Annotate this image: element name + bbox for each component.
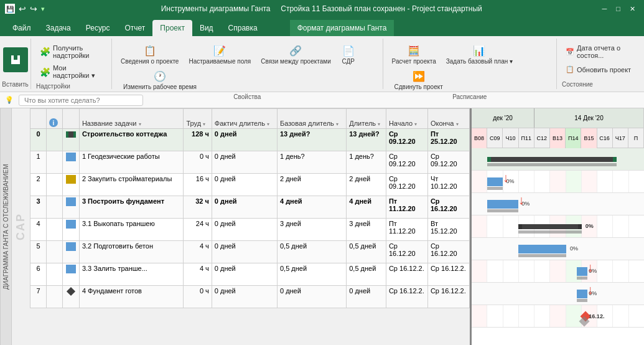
- cell-trud: 0 ч: [184, 151, 212, 174]
- cell-num: 4: [30, 219, 47, 241]
- table-row: 0 Строительство коттеджа 128 ч 0 дней 13…: [30, 129, 470, 151]
- wbs-btn[interactable]: 📄 СДР: [337, 41, 360, 67]
- cell-type: [62, 263, 79, 286]
- svg-rect-2: [14, 54, 17, 60]
- col-dlit-header[interactable]: Длитель ▾: [347, 109, 386, 129]
- cell-ok: Пт25.12.20: [427, 129, 469, 151]
- gantt-header-days: В08 С09 Ч10 П11 С12 В13 П14 В15 С16 Ч17 …: [472, 128, 644, 148]
- undo-icon[interactable]: ↩: [19, 4, 26, 14]
- gantt-baseline-2: [487, 209, 518, 212]
- minimize-btn[interactable]: ─: [598, 5, 610, 12]
- baseline-btn[interactable]: 📊 Задать базовый план ▾: [442, 41, 516, 67]
- cell-trud: 32 ч: [184, 196, 212, 219]
- cell-num: 5: [30, 241, 47, 263]
- cell-baz: 1 день?: [277, 151, 346, 174]
- gantt-body: 0% ↓ 0% ↓ 0% 0%: [472, 148, 644, 328]
- cell-ok: Ср 16.12.2.: [427, 263, 469, 286]
- col-trud-header[interactable]: Труд ▾: [184, 109, 212, 129]
- side-label: ДИАГРАММА ГАНТА С ОТСЛЕЖИВАНИЕМ: [0, 108, 11, 345]
- table-row: 5 3.2 Подготовить бетон 4 ч 0 дней 0,5 д…: [30, 241, 470, 263]
- gantt-row-3: 0%: [472, 215, 644, 238]
- cell-nach: Ср 16.12.2.: [386, 286, 427, 308]
- title-bar-left: 💾 ↩ ↪ ▾: [5, 4, 45, 14]
- shift-icon: ⏩: [411, 69, 426, 83]
- tab-resource[interactable]: Ресурс: [78, 20, 118, 36]
- update-project-btn[interactable]: 📋 Обновить проект: [562, 64, 635, 75]
- sort-name[interactable]: ▾: [139, 121, 141, 127]
- cell-nach: Пт11.12.20: [386, 219, 427, 241]
- work-time-btn[interactable]: 🕐 Изменить рабочее время: [119, 67, 200, 92]
- calc-project-btn[interactable]: 🧮 Расчет проекта: [388, 41, 440, 67]
- status-group-label: Состояние: [562, 80, 593, 88]
- gantt-arrow-2: ↓: [518, 193, 525, 207]
- report-date-label: Дата отчета о состоя...: [577, 44, 635, 59]
- cell-fakt: 0 дней: [212, 196, 277, 219]
- tab-task[interactable]: Задача: [39, 20, 78, 36]
- redo-icon[interactable]: ↪: [30, 4, 37, 14]
- cell-nach: Пт11.12.20: [386, 196, 427, 219]
- tab-gantt-format[interactable]: Формат диаграммы Ганта: [290, 20, 394, 36]
- cell-trud: 128 ч: [184, 129, 212, 151]
- gantt-row-2: 0% ↓: [472, 193, 644, 215]
- props-label: Свойства: [117, 92, 378, 100]
- gantt-chart: дек '20 14 Дек '20 В08 С09 Ч10 П11 С12 В…: [472, 108, 644, 345]
- tab-project[interactable]: Проект: [152, 20, 192, 36]
- project-info-btn[interactable]: 📋 Сведения о проекте: [117, 41, 182, 67]
- table-header-row: i Название задачи ▾ Труд ▾ Фактич длител…: [30, 109, 470, 129]
- tab-view[interactable]: Вид: [192, 20, 221, 36]
- cell-baz: 2 дней: [277, 174, 346, 196]
- day-s16: С16: [597, 128, 613, 148]
- custom-fields-icon: 📝: [212, 43, 227, 58]
- sort-trud[interactable]: ▾: [203, 121, 205, 127]
- col-type-header: [62, 109, 79, 129]
- col-fakt-header[interactable]: Фактич длитель ▾: [212, 109, 277, 129]
- cell-num: 6: [30, 263, 47, 286]
- calc-icon: 🧮: [406, 43, 421, 58]
- cell-name: 1 Геодезические работы: [79, 151, 184, 174]
- gantt-baseline-0: [487, 163, 617, 166]
- search-input[interactable]: [19, 95, 143, 106]
- save-icon[interactable]: 💾: [5, 4, 15, 14]
- cell-trud: 4 ч: [184, 263, 212, 286]
- col-nach-header[interactable]: Начало ▾: [386, 109, 427, 129]
- link-projects-btn[interactable]: 🔗 Связи между проектами: [257, 41, 335, 67]
- main-content: ДИАГРАММА ГАНТА С ОТСЛЕЖИВАНИЕМ CAP i На…: [0, 108, 644, 345]
- project-info-icon: 📋: [142, 43, 157, 58]
- link-projects-label: Связи между проектами: [261, 58, 331, 65]
- gantt-row-4: 0%: [472, 238, 644, 260]
- day-p11: П11: [519, 128, 534, 148]
- col-ok-header[interactable]: Оконча ▾: [427, 109, 469, 129]
- baseline-label: Задать базовый план ▾: [446, 58, 513, 65]
- day-ch10: Ч10: [503, 128, 518, 148]
- my-addins-btn[interactable]: 🧩 Мои надстройки ▾: [36, 62, 106, 82]
- cell-ok: Чт10.12.20: [427, 174, 469, 196]
- ribbon-group-status: 📅 Дата отчета о состоя... 📋 Обновить про…: [557, 39, 644, 89]
- cell-type: [62, 286, 79, 308]
- tab-report[interactable]: Отчет: [117, 20, 152, 36]
- col-baz-header[interactable]: Базовая длитель ▾: [277, 109, 346, 129]
- gantt-row-1: 0% ↓: [472, 171, 644, 193]
- task-type-icon: [66, 265, 76, 273]
- tab-file[interactable]: Файл: [5, 20, 39, 36]
- lightbulb-icon: 💡: [5, 96, 14, 104]
- gantt-row-5: 0% ↓: [472, 260, 644, 283]
- ribbon-group-insert: Вставить: [0, 39, 31, 89]
- shift-project-btn[interactable]: ⏩ Сдвинуть проект: [391, 67, 447, 92]
- wbs-label: СДР: [342, 58, 355, 65]
- cell-ok: Ср 16.12.2.: [427, 286, 469, 308]
- cell-fakt: 0 дней: [212, 263, 277, 286]
- get-addins-btn[interactable]: 🧩 Получить надстройки: [36, 42, 106, 61]
- cap-label: CAP: [11, 108, 30, 345]
- gantt-chart-header: дек '20 14 Дек '20 В08 С09 Ч10 П11 С12 В…: [472, 108, 644, 148]
- wbs-icon: 📄: [341, 43, 356, 58]
- col-name-header[interactable]: Название задачи ▾: [79, 109, 184, 129]
- close-btn[interactable]: ✕: [626, 5, 639, 12]
- ribbon-tabs: Файл Задача Ресурс Отчет Проект Вид Спра…: [0, 17, 644, 36]
- cell-num: 7: [30, 286, 47, 308]
- maximize-btn[interactable]: □: [612, 5, 624, 12]
- report-date-btn[interactable]: 📅 Дата отчета о состоя...: [562, 42, 639, 61]
- tab-help[interactable]: Справка: [221, 20, 265, 36]
- custom-fields-btn[interactable]: 📝 Настраиваемые поля: [185, 41, 254, 67]
- gantt-baseline-1: [487, 187, 503, 190]
- cell-nach: Ср09.12.20: [386, 174, 427, 196]
